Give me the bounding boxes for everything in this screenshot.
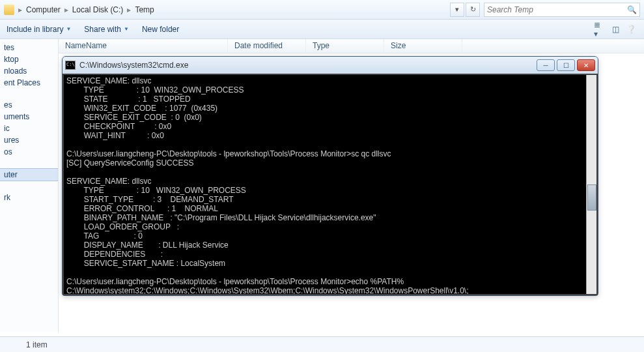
include-label: Include in library	[7, 25, 63, 34]
sidebar-item[interactable]: ktop	[0, 53, 58, 65]
cmd-window[interactable]: C:\Windows\system32\cmd.exe ─ ☐ ✕ SERVIC…	[62, 56, 598, 296]
breadcrumb-folder[interactable]: Temp	[132, 5, 156, 14]
item-count: 1 item	[26, 340, 48, 349]
sidebar-item[interactable]: uments	[0, 111, 58, 123]
cmd-icon	[65, 61, 76, 70]
status-bar: 1 item	[0, 336, 644, 352]
sidebar-item[interactable]: ic	[0, 123, 58, 134]
sidebar-item[interactable]: ures	[0, 134, 58, 146]
new-folder[interactable]: New folder	[142, 25, 179, 34]
sidebar-item[interactable]: ent Places	[0, 77, 58, 89]
sidebar-item[interactable]: os	[0, 146, 58, 158]
sidebar-item[interactable]: rk	[0, 192, 58, 203]
chevron-down-icon: ▼	[66, 26, 71, 32]
cmd-title-text: C:\Windows\system32\cmd.exe	[79, 61, 537, 70]
chevron-right-icon[interactable]: ▸	[126, 5, 132, 14]
col-type[interactable]: Type	[306, 39, 384, 53]
search-input[interactable]	[487, 5, 627, 14]
maximize-button[interactable]: ☐	[557, 59, 575, 71]
address-bar: ▸ Computer ▸ Local Disk (C:) ▸ Temp ▾ ↻ …	[0, 0, 644, 20]
help-button[interactable]: ❔	[624, 23, 637, 36]
chevron-right-icon[interactable]: ▸	[63, 5, 70, 14]
scrollbar-thumb[interactable]	[587, 184, 596, 211]
share-label: Share with	[84, 25, 121, 34]
chevron-down-icon: ▼	[124, 26, 129, 32]
cmd-titlebar[interactable]: C:\Windows\system32\cmd.exe ─ ☐ ✕	[63, 57, 598, 74]
refresh-button[interactable]: ↻	[466, 3, 480, 17]
file-list-area: NameName Date modified Type Size output.…	[59, 39, 644, 332]
column-headers: NameName Date modified Type Size	[59, 39, 644, 53]
history-dropdown[interactable]: ▾	[450, 3, 464, 17]
breadcrumb-drive[interactable]: Local Disk (C:)	[70, 5, 126, 14]
newfolder-label: New folder	[142, 25, 179, 34]
search-box[interactable]: 🔍	[484, 3, 640, 17]
col-modified[interactable]: Date modified	[228, 39, 306, 53]
chevron-right-icon[interactable]: ▸	[17, 5, 23, 14]
col-name[interactable]: NameName	[59, 39, 228, 53]
scrollbar[interactable]	[586, 75, 596, 294]
highlighted-path: ;C:\Temp	[189, 295, 224, 295]
sidebar-item[interactable]: es	[0, 99, 58, 111]
command-bar: Include in library ▼ Share with ▼ New fo…	[0, 20, 644, 39]
sidebar-item[interactable]: tes	[0, 42, 58, 53]
cmd-console[interactable]: SERVICE_NAME: dllsvc TYPE : 10 WIN32_OWN…	[63, 74, 598, 295]
include-in-library[interactable]: Include in library ▼	[7, 25, 71, 34]
preview-pane[interactable]: ◫	[609, 23, 622, 36]
share-with[interactable]: Share with ▼	[84, 25, 129, 34]
close-button[interactable]: ✕	[577, 59, 595, 71]
navigation-pane: tes ktop nloads ent Places es uments ic …	[0, 39, 59, 332]
search-icon[interactable]: 🔍	[627, 5, 637, 14]
breadcrumb-computer[interactable]: Computer	[23, 5, 63, 14]
minimize-button[interactable]: ─	[537, 59, 555, 71]
col-size[interactable]: Size	[384, 39, 462, 53]
sidebar-item[interactable]: nloads	[0, 65, 58, 77]
sidebar-item-computer[interactable]: uter	[0, 168, 58, 181]
view-options[interactable]: ≣ ▾	[593, 23, 606, 36]
folder-icon	[4, 5, 14, 15]
